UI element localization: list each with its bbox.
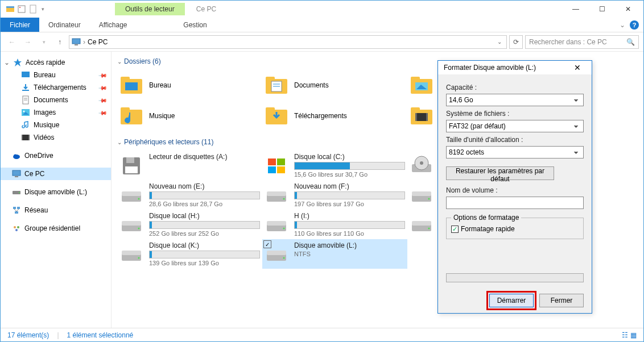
sidebar-music[interactable]: Musique — [1, 119, 111, 131]
dialog-close-button[interactable]: ✕ — [569, 63, 586, 72]
help-icon[interactable]: ? — [630, 20, 639, 30]
folder-icon — [265, 104, 288, 128]
pin-icon: 📌 — [98, 108, 108, 117]
svg-point-32 — [15, 229, 18, 231]
svg-point-81 — [428, 228, 430, 230]
sidebar-documents[interactable]: Documents📌 — [1, 94, 111, 106]
svg-rect-71 — [412, 191, 431, 196]
dialog-titlebar[interactable]: Formater Disque amovible (L:) ✕ — [438, 61, 592, 74]
tab-view[interactable]: Affichage — [90, 18, 137, 32]
svg-point-20 — [14, 155, 17, 157]
ribbon-tabs: Fichier Ordinateur Affichage Gestion ⌄ ? — [1, 18, 643, 32]
recent-dropdown[interactable]: ▾ — [37, 35, 51, 49]
drive-icon — [119, 154, 143, 178]
usage-bar — [294, 221, 405, 229]
close-dialog-button[interactable]: Fermer — [539, 294, 584, 307]
svg-rect-51 — [415, 113, 428, 121]
back-button[interactable]: ← — [5, 35, 19, 49]
maximize-button[interactable]: ☐ — [589, 1, 615, 18]
format-dialog: Formater Disque amovible (L:) ✕ Capacité… — [437, 60, 592, 314]
drive-icon — [119, 183, 143, 207]
drive-free-text: 252 Go libres sur 252 Go — [149, 230, 260, 237]
svg-rect-16 — [22, 135, 30, 140]
checkbox-icon[interactable]: ✓ — [263, 240, 271, 248]
allocation-select[interactable]: 8192 octets — [446, 146, 584, 159]
restore-defaults-button[interactable]: Restaurer les paramètres par défaut — [446, 166, 554, 180]
svg-rect-35 — [125, 82, 138, 90]
drive-name: Lecteur de disquettes (A:) — [149, 153, 260, 161]
volume-label: Nom de volume : — [446, 186, 584, 194]
drive-icon — [410, 183, 434, 207]
forward-button[interactable]: → — [21, 35, 35, 49]
sidebar-quick-access[interactable]: ⌄Accès rapide — [1, 56, 111, 69]
ribbon-collapse-icon[interactable]: ⌄ — [620, 21, 625, 29]
sidebar-downloads[interactable]: Téléchargements📌 — [1, 81, 111, 94]
start-button-highlight: Démarrer — [486, 291, 536, 310]
format-options-group: Options de formatage ✓ Formatage rapide — [446, 214, 584, 239]
search-input[interactable]: Rechercher dans : Ce PC 🔍 — [525, 35, 639, 49]
video-icon — [21, 133, 30, 142]
svg-rect-60 — [277, 166, 285, 173]
breadcrumb-location[interactable]: Ce PC — [88, 38, 108, 46]
svg-point-75 — [138, 228, 140, 230]
dialog-title: Formater Disque amovible (L:) — [444, 64, 536, 72]
drive-item[interactable]: Disque local (C:) 15,6 Go libres sur 30,… — [262, 151, 407, 180]
network-icon — [12, 206, 21, 215]
sidebar-videos[interactable]: Vidéos — [1, 131, 111, 144]
folder-musique[interactable]: Musique — [117, 101, 262, 131]
drive-item[interactable]: H (I:) 110 Go libres sur 110 Go — [262, 210, 407, 239]
homegroup-icon — [12, 224, 21, 233]
folder-icon — [410, 104, 434, 128]
drive-item[interactable]: Lecteur de disquettes (A:) — [117, 151, 262, 180]
refresh-button[interactable]: ⟳ — [509, 35, 523, 49]
drive-free-text: 15,6 Go libres sur 30,7 Go — [294, 171, 405, 178]
tab-computer[interactable]: Ordinateur — [39, 18, 90, 32]
qat-dropdown-icon[interactable]: ▾ — [39, 6, 47, 12]
drive-item[interactable]: Nouveau nom (F:) 197 Go libres sur 197 G… — [262, 180, 407, 210]
drive-icon — [410, 213, 434, 237]
folder-telechargements[interactable]: Téléchargements — [262, 101, 407, 131]
svg-rect-55 — [126, 157, 134, 163]
folder-bureau[interactable]: Bureau — [117, 70, 262, 101]
sidebar-desktop[interactable]: Bureau📌 — [1, 69, 111, 81]
view-details-icon[interactable]: ☷ — [622, 331, 628, 339]
sidebar-this-pc[interactable]: Ce PC — [1, 168, 111, 180]
explorer-icon — [5, 4, 15, 14]
up-button[interactable]: ↑ — [53, 35, 67, 49]
drive-item[interactable]: Disque local (K:) 139 Go libres sur 139 … — [117, 239, 262, 269]
capacity-select[interactable]: 14,6 Go — [446, 94, 584, 106]
filesystem-select[interactable]: FAT32 (par défaut) — [446, 120, 584, 132]
sidebar-pictures[interactable]: Images📌 — [1, 106, 111, 119]
close-button[interactable]: ✕ — [615, 1, 641, 18]
new-doc-icon[interactable] — [28, 4, 38, 14]
sidebar-removable[interactable]: Disque amovible (L:) — [1, 186, 111, 198]
start-button[interactable]: Démarrer — [489, 294, 534, 307]
svg-rect-1 — [6, 6, 14, 8]
svg-rect-2 — [18, 6, 25, 12]
sidebar-onedrive[interactable]: OneDrive — [1, 149, 111, 162]
usage-bar — [149, 251, 260, 258]
svg-rect-68 — [267, 191, 286, 196]
volume-input[interactable] — [446, 197, 584, 209]
drive-free-text: NTFS — [294, 251, 405, 257]
drive-item[interactable]: ✓ Disque amovible (L:) NTFS — [262, 239, 407, 269]
drive-name: Disque local (H:) — [149, 212, 260, 220]
drive-item[interactable]: Nouveau nom (E:) 28,6 Go libres sur 28,7… — [117, 180, 262, 210]
svg-rect-77 — [267, 221, 286, 226]
sidebar-network[interactable]: Réseau — [1, 204, 111, 216]
folder-documents[interactable]: Documents — [262, 70, 407, 101]
minimize-button[interactable]: — — [563, 1, 589, 18]
path-dropdown-icon[interactable]: ⌄ — [495, 39, 504, 45]
chevron-down-icon: ⌄ — [117, 139, 122, 145]
properties-icon[interactable] — [16, 4, 27, 14]
view-large-icon[interactable]: ▦ — [630, 331, 637, 339]
tab-file[interactable]: Fichier — [1, 18, 39, 32]
quick-format-checkbox[interactable]: ✓ Formatage rapide — [451, 225, 579, 233]
tab-manage[interactable]: Gestion — [168, 18, 222, 32]
svg-rect-5 — [72, 39, 80, 44]
sidebar-homegroup[interactable]: Groupe résidentiel — [1, 222, 111, 235]
drive-icon — [410, 154, 434, 178]
address-path[interactable]: › Ce PC ⌄ — [69, 35, 507, 49]
document-icon — [21, 95, 30, 105]
drive-item[interactable]: Disque local (H:) 252 Go libres sur 252 … — [117, 210, 262, 239]
